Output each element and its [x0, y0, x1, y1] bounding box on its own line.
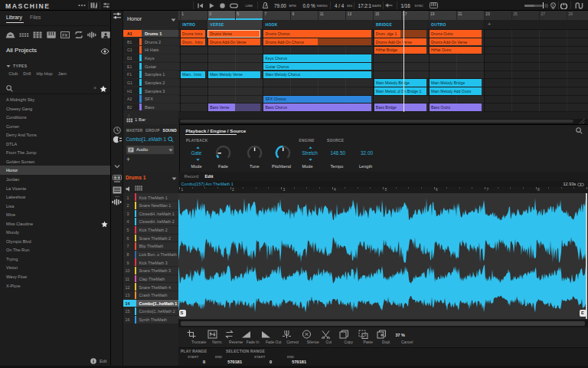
svg-text:FX: FX — [62, 32, 67, 37]
